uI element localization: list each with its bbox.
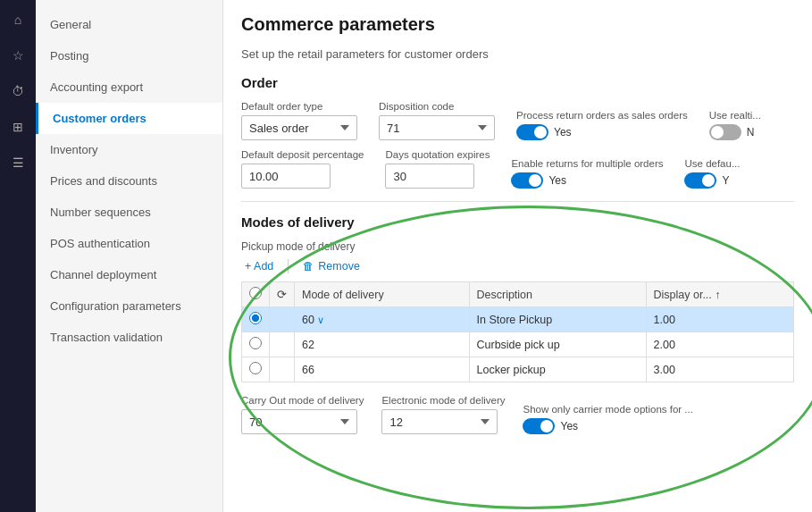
order-heading: Order bbox=[241, 75, 794, 90]
sidebar-item-pos-authentication[interactable]: POS authentication bbox=[36, 228, 222, 259]
process-return-orders-toggle[interactable] bbox=[516, 124, 548, 140]
section-subtitle: Set up the retail parameters for custome… bbox=[241, 47, 794, 61]
disposition-code-label: Disposition code bbox=[379, 101, 495, 112]
sidebar-item-general[interactable]: General bbox=[36, 9, 222, 40]
sidebar-item-posting[interactable]: Posting bbox=[36, 40, 222, 71]
col-header-mode: Mode of delivery bbox=[295, 282, 470, 307]
sidebar: General Posting Accounting export Custom… bbox=[36, 0, 223, 512]
sidebar-item-prices-and-discounts[interactable]: Prices and discounts bbox=[36, 165, 222, 197]
disposition-code-group: Disposition code 71 bbox=[379, 101, 495, 140]
sidebar-item-number-sequences[interactable]: Number sequences bbox=[36, 197, 222, 228]
sidebar-item-transaction-validation[interactable]: Transaction validation bbox=[36, 322, 222, 353]
row-radio-3[interactable] bbox=[249, 362, 262, 374]
enable-returns-value: Yes bbox=[548, 174, 566, 187]
carry-out-mode-group: Carry Out mode of delivery 70 bbox=[241, 395, 364, 434]
order-fields-row-2: Default deposit percentage 10.00 Days qu… bbox=[241, 149, 794, 189]
pickup-mode-label: Pickup mode of delivery bbox=[241, 240, 794, 253]
remove-button[interactable]: 🗑 Remove bbox=[299, 258, 364, 274]
toolbar-separator bbox=[288, 259, 289, 273]
enable-returns-group: Enable returns for multiple orders Yes bbox=[511, 158, 663, 189]
row-display-order-3: 3.00 bbox=[646, 357, 794, 382]
header-radio[interactable] bbox=[249, 287, 262, 299]
show-only-carrier-toggle[interactable] bbox=[523, 418, 555, 434]
show-only-carrier-toggle-row: Yes bbox=[523, 418, 692, 434]
enable-returns-toggle[interactable] bbox=[511, 172, 543, 189]
bottom-fields: Carry Out mode of delivery 70 Electronic… bbox=[241, 395, 794, 434]
use-realtime-group: Use realti... N bbox=[709, 110, 761, 140]
table-header-row: ⟳ Mode of delivery Description Display o… bbox=[242, 282, 794, 307]
icon-bar: ⌂ ☆ ⏱ ⊞ ☰ bbox=[0, 0, 36, 512]
table-row[interactable]: 62 Curbside pick up 2.00 bbox=[242, 332, 794, 357]
page-title: Commerce parameters bbox=[241, 14, 794, 35]
use-realtime-value: N bbox=[747, 126, 755, 138]
row-radio-cell-3 bbox=[242, 357, 270, 382]
electronic-mode-label: Electronic mode of delivery bbox=[381, 395, 505, 406]
row-radio-1[interactable] bbox=[249, 312, 262, 324]
default-order-type-label: Default order type bbox=[241, 101, 357, 112]
modes-heading: Modes of delivery bbox=[241, 214, 794, 230]
carry-out-mode-label: Carry Out mode of delivery bbox=[241, 395, 364, 406]
home-icon[interactable]: ⌂ bbox=[5, 7, 30, 32]
show-only-carrier-group: Show only carrier mode options for ... Y… bbox=[523, 404, 692, 434]
use-realtime-label: Use realti... bbox=[709, 110, 761, 121]
row-refresh-cell-3 bbox=[270, 357, 295, 382]
row-display-order-2: 2.00 bbox=[646, 332, 794, 357]
row-mode-3: 66 bbox=[295, 357, 470, 382]
row-description-1: In Store Pickup bbox=[469, 307, 646, 332]
use-default-group: Use defau... Y bbox=[684, 158, 740, 189]
use-default-toggle-row: Y bbox=[684, 172, 740, 189]
default-order-type-select[interactable]: Sales order bbox=[241, 115, 357, 140]
use-default-toggle[interactable] bbox=[684, 172, 716, 189]
show-only-carrier-label: Show only carrier mode options for ... bbox=[523, 404, 692, 415]
default-order-type-group: Default order type Sales order bbox=[241, 101, 357, 140]
carry-out-mode-select[interactable]: 70 bbox=[241, 409, 357, 434]
days-quotation-expires-input[interactable]: 30 bbox=[385, 164, 474, 189]
enable-returns-toggle-row: Yes bbox=[511, 172, 663, 189]
use-default-label: Use defau... bbox=[684, 158, 740, 169]
row-refresh-cell-1 bbox=[270, 307, 295, 332]
add-button[interactable]: + Add bbox=[241, 258, 277, 274]
row-mode-2: 62 bbox=[295, 332, 470, 357]
electronic-mode-select[interactable]: 12 bbox=[381, 409, 498, 434]
col-header-radio bbox=[242, 282, 270, 307]
process-return-orders-label: Process return orders as sales orders bbox=[516, 110, 688, 121]
default-deposit-percentage-label: Default deposit percentage bbox=[241, 149, 364, 160]
table-row[interactable]: 66 Locker pickup 3.00 bbox=[242, 357, 794, 382]
process-return-orders-group: Process return orders as sales orders Ye… bbox=[516, 110, 688, 140]
delivery-table: ⟳ Mode of delivery Description Display o… bbox=[241, 281, 794, 382]
remove-icon: 🗑 bbox=[303, 260, 314, 273]
show-only-carrier-value: Yes bbox=[560, 420, 578, 432]
enable-returns-label: Enable returns for multiple orders bbox=[511, 158, 663, 169]
row-radio-cell bbox=[242, 307, 270, 332]
default-deposit-percentage-input[interactable]: 10.00 bbox=[241, 164, 331, 189]
sidebar-item-inventory[interactable]: Inventory bbox=[36, 134, 222, 165]
row-radio-2[interactable] bbox=[249, 337, 262, 349]
disposition-code-select[interactable]: 71 bbox=[379, 115, 495, 140]
use-default-value: Y bbox=[722, 174, 729, 187]
star-icon[interactable]: ☆ bbox=[5, 43, 30, 68]
electronic-mode-group: Electronic mode of delivery 12 bbox=[381, 395, 505, 434]
row-radio-cell-2 bbox=[242, 332, 270, 357]
sidebar-item-accounting-export[interactable]: Accounting export bbox=[36, 71, 222, 103]
order-section: Order Default order type Sales order Dis… bbox=[241, 75, 794, 189]
row-description-2: Curbside pick up bbox=[469, 332, 646, 357]
col-header-display-order: Display or... ↑ bbox=[646, 282, 794, 307]
table-row[interactable]: 60 ∨ In Store Pickup 1.00 bbox=[242, 307, 794, 332]
sidebar-item-configuration-parameters[interactable]: Configuration parameters bbox=[36, 290, 222, 322]
col-header-description: Description bbox=[469, 282, 646, 307]
list-icon[interactable]: ☰ bbox=[5, 150, 30, 175]
use-realtime-toggle-row: N bbox=[709, 124, 761, 140]
row-description-3: Locker pickup bbox=[469, 357, 646, 382]
clock-icon[interactable]: ⏱ bbox=[5, 79, 30, 104]
row-display-order-1: 1.00 bbox=[646, 307, 794, 332]
grid-icon[interactable]: ⊞ bbox=[5, 114, 30, 139]
use-realtime-toggle[interactable] bbox=[709, 124, 741, 140]
order-fields-row-1: Default order type Sales order Dispositi… bbox=[241, 101, 794, 140]
days-quotation-expires-label: Days quotation expires bbox=[385, 149, 490, 160]
col-header-refresh: ⟳ bbox=[270, 282, 295, 307]
sidebar-item-channel-deployment[interactable]: Channel deployment bbox=[36, 259, 222, 290]
default-deposit-percentage-group: Default deposit percentage 10.00 bbox=[241, 149, 364, 189]
section-divider bbox=[241, 201, 794, 202]
sidebar-item-customer-orders[interactable]: Customer orders bbox=[36, 103, 222, 134]
row-refresh-cell-2 bbox=[270, 332, 295, 357]
